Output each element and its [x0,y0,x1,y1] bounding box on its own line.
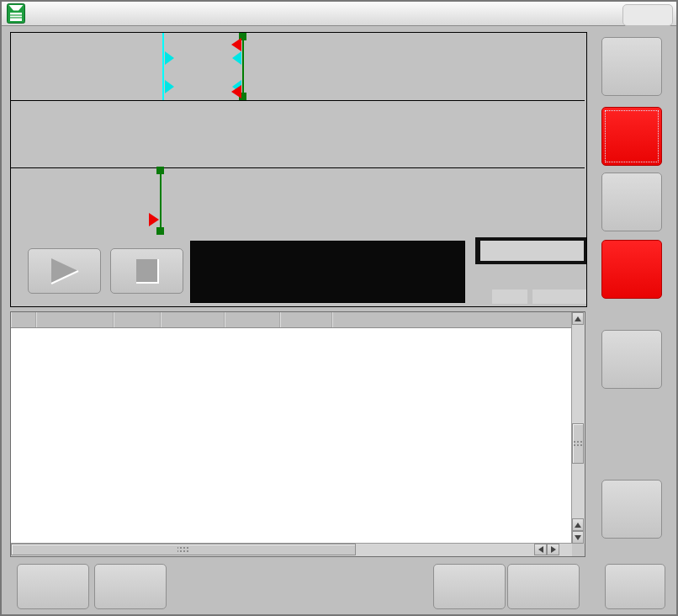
hit-post-button[interactable] [601,330,662,389]
log-table-header[interactable] [11,312,572,328]
close-button[interactable] [605,564,665,609]
talk-marker-icon[interactable] [149,213,159,226]
time-remaining-value [532,289,586,304]
abort-button[interactable] [601,240,662,299]
scroll-up-button[interactable] [572,312,584,325]
header-group[interactable] [225,312,280,327]
vertical-scrollbar[interactable] [571,312,585,544]
left-arrow-icon [538,546,543,553]
tracks-remaining-value [492,289,527,304]
play-cursor-handle-icon[interactable] [165,51,174,65]
transport-bar [11,236,585,306]
horizontal-scrollbar[interactable] [11,543,572,556]
header-time[interactable] [36,312,114,327]
stop-button[interactable] [110,248,183,294]
shade-window-icon[interactable] [623,5,648,25]
audio-level-meter [190,241,465,303]
window-controls [622,4,673,26]
app-icon [7,3,25,27]
vertical-scroll-thumb[interactable] [572,423,584,464]
header-icon-column [11,312,36,327]
timer-backing [475,237,586,264]
tracker-frame [10,32,587,307]
insert-track-button[interactable] [17,564,89,609]
log-table-body [11,312,572,544]
next-start-line[interactable] [160,167,162,235]
right-arrow-icon [551,546,556,553]
scroll-right-button[interactable] [547,544,559,555]
next-start-handle[interactable] [156,167,164,174]
up-arrow-icon [575,523,581,528]
scroll-up-button2[interactable] [572,518,584,531]
down-arrow-icon [575,535,581,540]
start-track1-button[interactable] [601,37,662,96]
voice-tracker-window [0,0,678,616]
horizontal-scroll-thumb[interactable] [11,544,356,555]
do-over-button[interactable] [601,480,662,539]
header-title[interactable] [332,312,572,327]
timer-area [475,236,586,306]
play-button[interactable] [28,248,101,294]
up-arrow-icon [575,316,581,321]
segue-end-marker-icon[interactable] [231,38,241,51]
waveform-canvas [11,33,585,235]
next-start-handle[interactable] [156,227,164,235]
header-cart[interactable] [161,312,225,327]
panel-divider [11,100,585,101]
scroll-left-button[interactable] [534,544,547,555]
header-length[interactable] [280,312,332,327]
fade-marker-icon[interactable] [232,51,241,65]
waveform-panels[interactable] [11,33,585,235]
panel-divider [11,167,585,168]
start-track2-button[interactable] [601,173,662,231]
next-track-button[interactable] [507,564,580,609]
close-window-icon[interactable] [648,5,672,25]
log-table [10,311,585,557]
scrollbar-corner [572,544,585,556]
scroll-down-button[interactable] [572,531,584,544]
play-cursor-line[interactable] [162,33,164,100]
segue-end-marker-icon[interactable] [231,85,241,98]
delete-track-button[interactable] [94,564,167,609]
play-icon [46,256,83,286]
stop-icon [132,256,162,286]
play-cursor-handle-icon[interactable] [165,80,174,93]
record-button[interactable] [601,107,662,166]
meter-scale [209,263,461,279]
track-start-line[interactable] [242,33,244,100]
previous-track-button[interactable] [433,564,506,609]
header-trans[interactable] [114,312,161,327]
elapsed-time-display [480,241,584,261]
titlebar [2,2,676,26]
